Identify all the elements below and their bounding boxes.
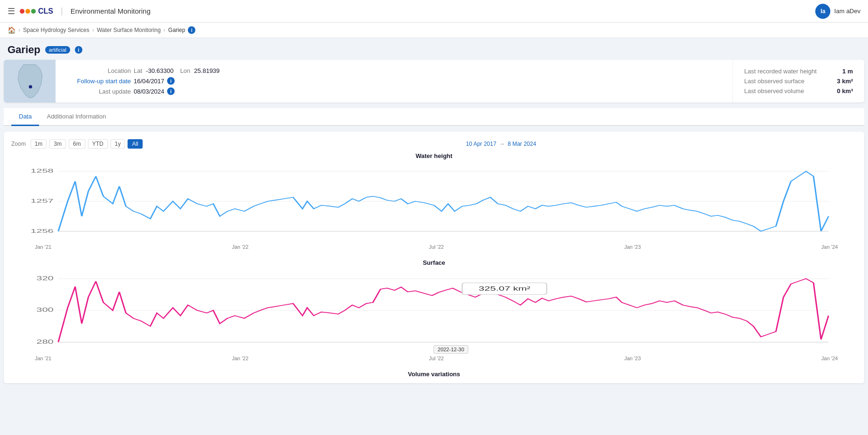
zoom-ytd[interactable]: YTD [88,139,108,149]
avatar[interactable]: Ia [815,4,830,19]
date-arrow: → [499,141,505,147]
svg-point-0 [29,85,32,88]
home-icon[interactable]: 🏠 [8,26,16,34]
lastupdate-row: Last update 08/03/2024 i [65,87,723,95]
logo-dot-orange [25,9,30,14]
lat-label: Lat [134,67,142,74]
artificial-badge: artificial [45,46,70,54]
surface-tooltip-date: 2022-12-30 [434,345,468,354]
surface-x-1: Jan '22 [232,356,249,361]
zoom-all[interactable]: All [128,139,142,149]
date-to: 8 Mar 2024 [507,141,536,147]
volume-value: 0 km³ [837,87,853,95]
svg-text:1256: 1256 [31,228,54,234]
followup-info-icon[interactable]: i [167,77,175,85]
zoom-3m[interactable]: 3m [49,139,66,149]
svg-text:1257: 1257 [31,198,54,204]
surface-chart-title: Surface [11,259,857,266]
avatar-initials: Ia [820,8,825,15]
stats-panel: Last recorded water height 1 m Last obse… [732,60,864,103]
menu-icon[interactable]: ☰ [8,6,15,16]
x-label-2: Jul '22 [429,244,443,250]
x-label-0: Jan '21 [35,244,51,250]
water-height-stat: Last recorded water height 1 m [744,68,853,75]
chart-area: Zoom 1m 3m 6m YTD 1y All 10 Apr 2017 → 8… [4,132,864,383]
map-thumbnail [4,60,56,103]
logo-dot-green [31,9,36,14]
svg-text:280: 280 [36,339,54,345]
surface-label: Last observed surface [744,78,804,85]
breadcrumb-space-hydrology[interactable]: Space Hydrology Services [23,27,89,33]
breadcrumb-current: Gariep [168,27,185,33]
water-height-label: Last recorded water height [744,68,817,75]
lastupdate-label: Last update [65,88,131,95]
info-card: Location Lat -30.63300 Lon 25.81939 Foll… [4,60,864,103]
app-title: Environmental Monitoring [71,7,151,15]
page-info-icon[interactable]: i [75,46,82,54]
tab-additional-info[interactable]: Additional Information [39,108,113,126]
surface-x-4: Jan '24 [821,356,838,361]
logo-dot-red [20,9,24,14]
logo-text: CLS [38,7,53,16]
nav-divider: | [61,6,63,16]
zoom-label: Zoom [11,141,26,147]
date-from: 10 Apr 2017 [466,141,497,147]
x-label-1: Jan '22 [232,244,249,250]
page-header: Gariep artificial i [0,38,868,60]
svg-text:320: 320 [36,275,54,282]
surface-x-0: Jan '21 [35,356,51,361]
followup-value: 16/04/2017 [134,78,164,85]
surface-x-labels: Jan '21 Jan '22 Jul '22 Jan '23 Jan '24 [11,355,857,361]
date-range: 10 Apr 2017 → 8 Mar 2024 [466,141,536,147]
location-label: Location [65,67,131,74]
user-info: Ia Iam aDev [815,4,860,19]
breadcrumb-sep-0: › [18,27,20,33]
lastupdate-info-icon[interactable]: i [167,87,175,95]
volume-stat: Last observed volume 0 km³ [744,87,853,95]
page-title: Gariep [8,44,40,56]
breadcrumb: 🏠 › Space Hydrology Services › Water Sur… [0,23,868,38]
x-label-3: Jan '23 [624,244,641,250]
cls-logo: CLS [20,7,53,16]
followup-row: Follow-up start date 16/04/2017 i [65,77,723,85]
water-height-chart: 1258 1257 1256 [11,161,857,241]
followup-label: Follow-up start date [65,78,131,85]
water-height-chart-title: Water height [11,152,857,159]
volume-label: Last observed volume [744,87,804,95]
svg-text:1258: 1258 [31,168,54,174]
zoom-6m[interactable]: 6m [69,139,85,149]
breadcrumb-sep-1: › [92,27,94,33]
map-svg [11,63,48,100]
lon-value: 25.81939 [194,67,219,74]
surface-svg: 320 300 280 325.07 km² [11,268,857,353]
svg-text:325.07 km²: 325.07 km² [479,285,530,292]
zoom-controls: Zoom 1m 3m 6m YTD 1y All 10 Apr 2017 → 8… [11,139,857,149]
volume-chart-title: Volume variations [11,371,857,378]
location-info: Location Lat -30.63300 Lon 25.81939 Foll… [56,60,732,103]
top-navigation: ☰ CLS | Environmental Monitoring Ia Iam … [0,0,868,23]
location-row: Location Lat -30.63300 Lon 25.81939 [65,67,723,74]
tabs-bar: Data Additional Information [4,108,864,126]
water-height-x-labels: Jan '21 Jan '22 Jul '22 Jan '23 Jan '24 [11,243,857,250]
surface-x-3: Jan '23 [624,356,641,361]
surface-stat: Last observed surface 3 km² [744,78,853,85]
breadcrumb-sep-2: › [163,27,165,33]
x-label-4: Jan '24 [821,244,838,250]
surface-chart: 320 300 280 325.07 km² 2022-12-30 [11,268,857,353]
lat-value: -30.63300 [146,67,174,74]
user-name: Iam aDev [834,8,860,15]
lon-label: Lon [180,67,191,74]
zoom-1m[interactable]: 1m [31,139,47,149]
lastupdate-value: 08/03/2024 [134,88,164,95]
surface-value: 3 km² [837,78,853,85]
water-height-value: 1 m [843,68,853,75]
svg-text:300: 300 [36,307,54,313]
surface-x-2: Jul '22 [429,356,443,361]
water-height-svg: 1258 1257 1256 [11,161,857,241]
breadcrumb-info-icon[interactable]: i [188,26,195,34]
tab-data[interactable]: Data [11,108,39,126]
breadcrumb-water-surface[interactable]: Water Surface Monitoring [97,27,161,33]
zoom-1y[interactable]: 1y [111,139,125,149]
